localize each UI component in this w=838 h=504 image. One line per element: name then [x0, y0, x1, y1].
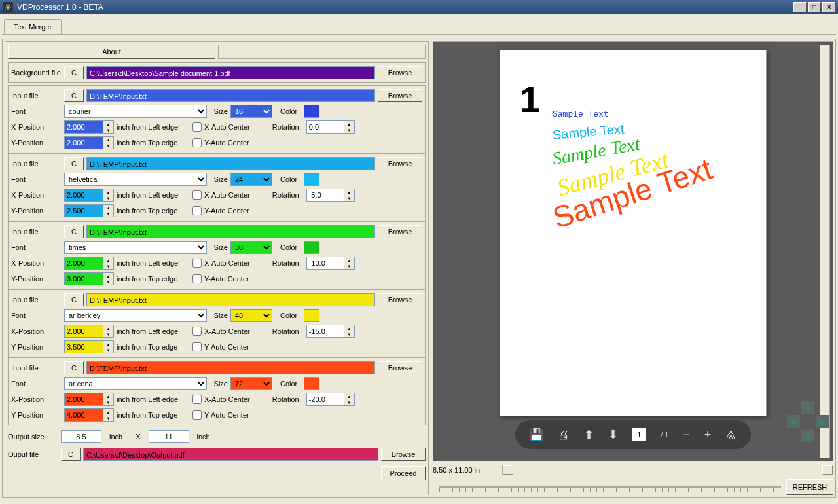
size-select[interactable]: 36: [230, 241, 272, 254]
spin-up-icon[interactable]: ▲: [344, 393, 354, 399]
y-auto-center-checkbox[interactable]: [192, 342, 202, 351]
spin-down-icon[interactable]: ▼: [103, 195, 113, 201]
page-up-icon[interactable]: ⬆: [584, 427, 594, 442]
spin-up-icon[interactable]: ▲: [103, 341, 113, 347]
font-select[interactable]: ar berkley: [64, 309, 207, 322]
input-clear-button[interactable]: C: [64, 361, 84, 374]
font-select[interactable]: ar cena: [64, 377, 207, 390]
input-clear-button[interactable]: C: [64, 293, 84, 306]
input-clear-button[interactable]: C: [64, 157, 84, 170]
nav-up-button[interactable]: ▲: [801, 401, 814, 414]
size-select[interactable]: 16: [230, 105, 272, 118]
size-select[interactable]: 24: [230, 173, 272, 186]
output-clear-button[interactable]: C: [61, 448, 81, 461]
spin-down-icon[interactable]: ▼: [344, 263, 354, 269]
spin-down-icon[interactable]: ▼: [103, 211, 113, 217]
x-auto-center-checkbox[interactable]: [192, 190, 202, 200]
save-icon[interactable]: 💾: [529, 427, 543, 442]
background-file-path[interactable]: C:\Users\d\Desktop\Sample document 1.pdf: [86, 66, 375, 79]
ypos-spinner[interactable]: ▲▼: [64, 136, 114, 149]
minimize-button[interactable]: _: [793, 2, 807, 12]
size-select[interactable]: 72: [230, 377, 272, 390]
tab-text-merger[interactable]: Text Merger: [4, 19, 62, 34]
ypos-spinner[interactable]: ▲▼: [64, 204, 114, 217]
input-file-path[interactable]: D:\TEMP\Input.txt: [86, 293, 375, 306]
spin-down-icon[interactable]: ▼: [344, 127, 354, 133]
spin-up-icon[interactable]: ▲: [344, 325, 354, 331]
spin-up-icon[interactable]: ▲: [103, 205, 113, 211]
background-browse-button[interactable]: Browse: [378, 66, 422, 79]
spin-up-icon[interactable]: ▲: [103, 257, 113, 263]
output-file-path[interactable]: C:\Users\d\Desktop\Output.pdf: [83, 448, 378, 461]
spin-down-icon[interactable]: ▼: [103, 399, 113, 405]
font-select[interactable]: courier: [64, 105, 207, 118]
spin-up-icon[interactable]: ▲: [103, 325, 113, 331]
spin-down-icon[interactable]: ▼: [344, 399, 354, 405]
rotation-spinner[interactable]: ▲▼: [306, 120, 355, 134]
spin-down-icon[interactable]: ▼: [344, 195, 354, 201]
spin-up-icon[interactable]: ▲: [103, 137, 113, 143]
spin-down-icon[interactable]: ▼: [103, 347, 113, 353]
y-auto-center-checkbox[interactable]: [192, 410, 202, 420]
xpos-spinner[interactable]: ▲▼: [64, 257, 114, 270]
background-clear-button[interactable]: C: [64, 66, 84, 79]
input-file-path[interactable]: D:\TEMP\Input.txt: [86, 89, 375, 102]
xpos-spinner[interactable]: ▲▼: [64, 120, 114, 134]
input-file-path[interactable]: D:\TEMP\Input.txt: [86, 157, 375, 170]
page-input[interactable]: [632, 428, 646, 441]
nav-right-button[interactable]: ▶: [816, 415, 829, 428]
xpos-spinner[interactable]: ▲▼: [64, 189, 114, 202]
x-auto-center-checkbox[interactable]: [192, 327, 202, 336]
preview-vertical-scrollbar[interactable]: [820, 45, 830, 458]
xpos-spinner[interactable]: ▲▼: [64, 325, 114, 338]
rotation-spinner[interactable]: ▲▼: [306, 257, 355, 270]
x-auto-center-checkbox[interactable]: [192, 395, 202, 404]
color-swatch[interactable]: [304, 241, 319, 254]
spin-up-icon[interactable]: ▲: [103, 121, 113, 127]
refresh-button[interactable]: REFRESH: [786, 479, 833, 495]
x-auto-center-checkbox[interactable]: [192, 259, 202, 268]
close-button[interactable]: ✕: [822, 2, 835, 12]
input-browse-button[interactable]: Browse: [378, 361, 422, 374]
size-select[interactable]: 48: [230, 309, 272, 322]
rotation-spinner[interactable]: ▲▼: [306, 325, 355, 338]
input-clear-button[interactable]: C: [64, 89, 84, 102]
color-swatch[interactable]: [304, 309, 319, 322]
y-auto-center-checkbox[interactable]: [192, 274, 202, 283]
y-auto-center-checkbox[interactable]: [192, 138, 202, 147]
page-down-icon[interactable]: ⬇: [608, 427, 618, 442]
ypos-spinner[interactable]: ▲▼: [64, 408, 114, 422]
x-auto-center-checkbox[interactable]: [192, 122, 202, 132]
acrobat-icon[interactable]: ⩓: [725, 428, 737, 442]
output-browse-button[interactable]: Browse: [381, 448, 426, 461]
spin-up-icon[interactable]: ▲: [103, 273, 113, 279]
preview-viewport[interactable]: 1 Sample TextSample TextSample TextSampl…: [433, 41, 833, 461]
input-browse-button[interactable]: Browse: [378, 89, 422, 102]
spin-down-icon[interactable]: ▼: [344, 331, 354, 337]
preview-horizontal-scrollbar[interactable]: [502, 465, 833, 475]
input-browse-button[interactable]: Browse: [378, 293, 422, 306]
spin-up-icon[interactable]: ▲: [103, 409, 113, 415]
spin-up-icon[interactable]: ▲: [344, 189, 354, 195]
xpos-spinner[interactable]: ▲▼: [64, 393, 114, 406]
font-select[interactable]: times: [64, 241, 207, 254]
about-button[interactable]: About: [8, 45, 215, 59]
zoom-out-icon[interactable]: −: [683, 428, 690, 442]
input-browse-button[interactable]: Browse: [378, 225, 422, 238]
color-swatch[interactable]: [304, 173, 319, 186]
rotation-spinner[interactable]: ▲▼: [306, 189, 355, 202]
spin-down-icon[interactable]: ▼: [103, 143, 113, 149]
spin-up-icon[interactable]: ▲: [103, 393, 113, 399]
spin-up-icon[interactable]: ▲: [103, 189, 113, 195]
rotation-spinner[interactable]: ▲▼: [306, 393, 355, 406]
spin-down-icon[interactable]: ▼: [103, 331, 113, 337]
print-icon[interactable]: 🖨: [558, 428, 570, 442]
spin-up-icon[interactable]: ▲: [344, 121, 354, 127]
proceed-button[interactable]: Proceed: [381, 466, 426, 480]
y-auto-center-checkbox[interactable]: [192, 206, 202, 215]
ypos-spinner[interactable]: ▲▼: [64, 272, 114, 285]
spin-down-icon[interactable]: ▼: [103, 415, 113, 421]
output-height-input[interactable]: [149, 430, 189, 443]
output-width-input[interactable]: [61, 430, 101, 443]
color-swatch[interactable]: [304, 105, 319, 118]
